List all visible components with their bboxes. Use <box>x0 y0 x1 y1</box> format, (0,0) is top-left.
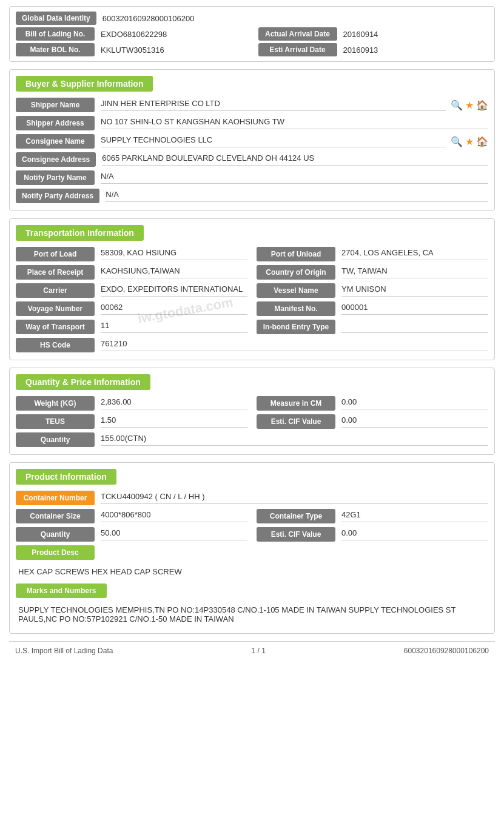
marks-numbers-row: Marks and Numbers <box>16 583 488 598</box>
measure-in-cm-pair: Measure in CM 0.00 <box>257 396 488 411</box>
notify-party-name-value: N/A <box>101 172 488 184</box>
container-number-row: Container Number TCKU4400942 ( CN / L / … <box>16 491 488 505</box>
quantity-price-title: Quantity & Price Information <box>16 374 150 390</box>
in-bond-entry-value <box>341 321 488 333</box>
weight-kg-label: Weight (KG) <box>16 396 95 411</box>
manifest-no-value: 000001 <box>341 303 488 315</box>
consignee-star-icon[interactable]: ★ <box>465 136 474 147</box>
consignee-name-icons: 🔍 ★ 🏠 <box>451 136 488 147</box>
teus-label: TEUS <box>16 414 95 429</box>
product-section: Product Information Container Number TCK… <box>9 462 495 634</box>
shipper-name-label: Shipper Name <box>16 98 95 112</box>
global-data-identity-label: Global Data Identity <box>16 12 96 25</box>
hs-code-row: HS Code 761210 <box>16 338 488 352</box>
port-row: Port of Load 58309, KAO HSIUNG Port of U… <box>16 247 488 261</box>
port-of-unload-value: 2704, LOS ANGELES, CA <box>341 248 488 260</box>
bill-of-lading-row: Bill of Lading No. EXDO6810622298 Actual… <box>16 27 488 41</box>
shipper-search-icon[interactable]: 🔍 <box>451 99 463 111</box>
voyage-manifest-row: Voyage Number 00062 Manifest No. 000001 … <box>16 301 488 316</box>
notify-party-address-row: Notify Party Address N/A <box>16 189 488 203</box>
product-esti-cif-value: 0.00 <box>341 528 488 540</box>
voyage-number-label: Voyage Number <box>16 301 95 316</box>
teus-value: 1.50 <box>101 415 247 428</box>
teus-pair: TEUS 1.50 <box>16 414 247 429</box>
bill-of-lading-label: Bill of Lading No. <box>16 27 95 41</box>
country-of-origin-label: Country of Origin <box>257 265 335 280</box>
container-type-label: Container Type <box>257 509 335 523</box>
footer-left: U.S. Import Bill of Lading Data <box>15 647 113 655</box>
consignee-name-value: SUPPLY TECHNOLOGIES LLC <box>101 135 446 147</box>
weight-kg-pair: Weight (KG) 2,836.00 <box>16 396 247 411</box>
carrier-vessel-row: Carrier EXDO, EXPEDITORS INTERNATIONAL V… <box>16 283 488 298</box>
product-desc-row: Product Desc <box>16 545 488 560</box>
master-bol-pair: Mater BOL No. KKLUTW3051316 <box>16 43 246 56</box>
shipper-address-value: NO 107 SHIN-LO ST KANGSHAN KAOHSIUNG TW <box>101 117 488 129</box>
shipper-home-icon[interactable]: 🏠 <box>476 99 488 111</box>
notify-party-name-label: Notify Party Name <box>16 170 95 185</box>
product-quantity-pair: Quantity 50.00 <box>16 527 247 542</box>
buyer-supplier-title: Buyer & Supplier Information <box>16 76 153 92</box>
master-bol-row: Mater BOL No. KKLUTW3051316 Esti Arrival… <box>16 43 488 56</box>
quantity-value: 155.00(CTN) <box>101 434 488 446</box>
transport-inbond-row: Way of Transport 11 In-bond Entry Type <box>16 320 488 334</box>
transportation-title: Transportation Information <box>16 225 144 241</box>
way-of-transport-value: 11 <box>101 321 247 333</box>
product-quantity-cif-row: Quantity 50.00 Esti. CIF Value 0.00 <box>16 527 488 542</box>
container-number-label: Container Number <box>16 491 95 505</box>
vessel-name-value: YM UNISON <box>341 284 488 297</box>
marks-numbers-text: SUPPLY TECHNOLOGIES MEMPHIS,TN PO NO:14P… <box>16 602 488 626</box>
container-size-label: Container Size <box>16 509 95 523</box>
carrier-label: Carrier <box>16 283 95 298</box>
receipt-origin-row: Place of Receipt KAOHSIUNG,TAIWAN Countr… <box>16 265 488 280</box>
shipper-address-label: Shipper Address <box>16 116 95 130</box>
esti-cif-pair: Esti. CIF Value 0.00 <box>257 414 488 429</box>
container-size-type-row: Container Size 4000*806*800 Container Ty… <box>16 509 488 523</box>
bill-of-lading-pair: Bill of Lading No. EXDO6810622298 <box>16 27 246 41</box>
in-bond-entry-pair: In-bond Entry Type <box>257 320 488 334</box>
footer-center: 1 / 1 <box>251 647 265 655</box>
notify-party-name-row: Notify Party Name N/A <box>16 170 488 185</box>
actual-arrival-date-label: Actual Arrival Date <box>258 27 337 41</box>
consignee-home-icon[interactable]: 🏠 <box>476 136 488 147</box>
container-type-pair: Container Type 42G1 <box>257 509 488 523</box>
master-bol-value: KKLUTW3051316 <box>101 45 164 55</box>
in-bond-entry-label: In-bond Entry Type <box>257 320 335 334</box>
page-wrapper: Global Data Identity 6003201609280001062… <box>0 0 504 817</box>
shipper-name-row: Shipper Name JINN HER ENTERPRISE CO LTD … <box>16 98 488 112</box>
product-quantity-value: 50.00 <box>101 528 247 540</box>
carrier-value: EXDO, EXPEDITORS INTERNATIONAL <box>101 284 247 297</box>
consignee-name-row: Consignee Name SUPPLY TECHNOLOGIES LLC 🔍… <box>16 134 488 149</box>
consignee-search-icon[interactable]: 🔍 <box>451 136 463 147</box>
quantity-label: Quantity <box>16 432 95 447</box>
measure-in-cm-value: 0.00 <box>341 397 488 409</box>
notify-party-address-label: Notify Party Address <box>16 189 99 203</box>
port-of-load-value: 58309, KAO HSIUNG <box>101 248 247 260</box>
place-of-receipt-value: KAOHSIUNG,TAIWAN <box>101 266 247 278</box>
shipper-name-icons: 🔍 ★ 🏠 <box>451 99 488 111</box>
bill-of-lading-value: EXDO6810622298 <box>101 30 167 39</box>
country-of-origin-value: TW, TAIWAN <box>341 266 488 278</box>
top-block: Global Data Identity 6003201609280001062… <box>9 6 495 62</box>
manifest-no-label: Manifest No. <box>257 301 335 316</box>
quantity-row: Quantity 155.00(CTN) <box>16 432 488 447</box>
hs-code-label: HS Code <box>16 338 95 352</box>
weight-kg-value: 2,836.00 <box>101 397 247 409</box>
container-type-value: 42G1 <box>341 510 488 522</box>
port-of-unload-pair: Port of Unload 2704, LOS ANGELES, CA <box>257 247 488 261</box>
notify-party-address-value: N/A <box>106 190 488 202</box>
way-of-transport-pair: Way of Transport 11 <box>16 320 247 334</box>
esti-arrival-date-pair: Esti Arrival Date 20160913 <box>258 43 489 56</box>
consignee-address-row: Consignee Address 6065 PARKLAND BOULEVAR… <box>16 152 488 167</box>
esti-cif-value: 0.00 <box>341 415 488 428</box>
actual-arrival-date-pair: Actual Arrival Date 20160914 <box>258 27 489 41</box>
teus-cif-row: TEUS 1.50 Esti. CIF Value 0.00 <box>16 414 488 429</box>
esti-cif-label: Esti. CIF Value <box>257 414 335 429</box>
consignee-address-label: Consignee Address <box>16 152 96 167</box>
measure-in-cm-label: Measure in CM <box>257 396 335 411</box>
esti-arrival-date-label: Esti Arrival Date <box>258 43 337 56</box>
shipper-star-icon[interactable]: ★ <box>465 99 474 111</box>
product-desc-label: Product Desc <box>16 545 95 560</box>
product-esti-cif-pair: Esti. CIF Value 0.00 <box>257 527 488 542</box>
port-of-unload-label: Port of Unload <box>257 247 335 261</box>
footer-right: 600320160928000106200 <box>404 647 489 655</box>
